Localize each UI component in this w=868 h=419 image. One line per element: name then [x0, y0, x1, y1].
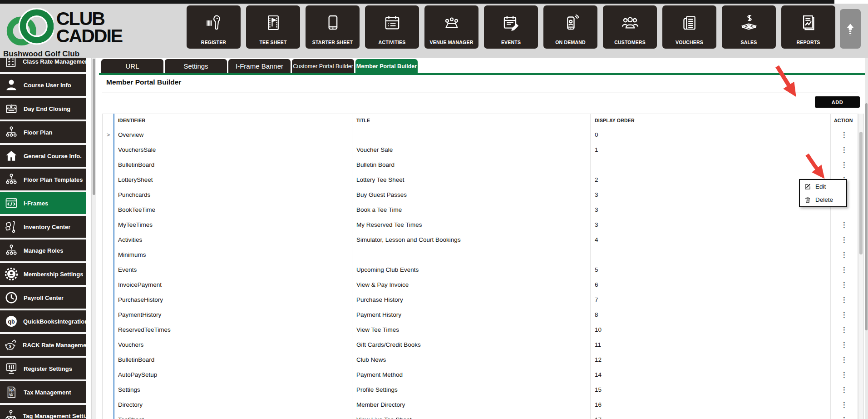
- tab-customer-portal-builder[interactable]: Customer Portal Builder: [292, 59, 354, 73]
- context-menu-item-delete[interactable]: Delete: [800, 193, 846, 206]
- tab-url[interactable]: URL: [101, 59, 163, 73]
- table-row-purchasehistory[interactable]: PurchaseHistoryPurchase History7⋮: [103, 292, 858, 307]
- table-row-autopaysetup[interactable]: AutoPaySetupPayment Method14⋮: [103, 367, 858, 382]
- piggy-bank-icon: $: [4, 338, 18, 352]
- sidebar-item-membership-settings[interactable]: Membership Settings: [0, 263, 86, 285]
- sidebar-item-tag-management-setti[interactable]: Tag Management Setti...: [0, 405, 86, 419]
- table-row-reservedteetimes[interactable]: ReservedTeeTimesView Tee Times10⋮: [103, 322, 858, 337]
- nav-button-customers[interactable]: CUSTOMERS: [603, 5, 657, 49]
- kebab-menu-icon[interactable]: ⋮: [841, 296, 848, 303]
- table-row-minimums[interactable]: Minimums⋮: [103, 247, 858, 262]
- table-row-bulletinboard[interactable]: BulletinBoardBulletin Board⋮: [103, 157, 858, 172]
- tax-document-icon: TAX$=: [4, 385, 19, 399]
- sidebar-item-label: General Course Info.: [24, 153, 82, 160]
- kebab-menu-icon[interactable]: ⋮: [841, 251, 848, 258]
- table-row-events[interactable]: EventsUpcoming Club Events5⋮: [103, 262, 858, 277]
- settings-sidebar: Class Rate ManagementCourse User InfoDay…: [0, 58, 86, 419]
- nav-button-sales[interactable]: SALES: [722, 5, 776, 49]
- table-row-overview[interactable]: >Overview0⋮: [103, 127, 858, 142]
- tab-i-frame-banner[interactable]: I-Frame Banner: [228, 59, 291, 73]
- kebab-menu-icon[interactable]: ⋮: [841, 236, 848, 243]
- kebab-menu-icon[interactable]: ⋮: [841, 146, 848, 153]
- main-content: URLSettingsI-Frame BannerCustomer Portal…: [98, 58, 868, 419]
- table-row-paymenthistory[interactable]: PaymentHistoryPayment History8⋮: [103, 307, 858, 322]
- table-scrollbar[interactable]: [858, 114, 864, 419]
- context-menu-item-edit[interactable]: Edit: [800, 180, 846, 193]
- kebab-menu-icon[interactable]: ⋮: [841, 326, 848, 333]
- table-row-lotterysheet[interactable]: LotterySheetLottery Tee Sheet2⋮: [103, 172, 858, 187]
- kebab-menu-icon[interactable]: ⋮: [841, 416, 848, 419]
- tab-settings[interactable]: Settings: [165, 59, 227, 73]
- kebab-menu-icon[interactable]: ⋮: [841, 371, 848, 378]
- table-row-myteetimes[interactable]: MyTeeTimesMy Reserved Tee Times3⋮: [103, 217, 858, 232]
- kebab-menu-icon[interactable]: ⋮: [841, 401, 848, 408]
- nav-button-events[interactable]: EVENTS: [484, 5, 538, 49]
- cell-identifier: LotterySheet: [114, 172, 352, 187]
- table-row-punchcards[interactable]: PunchcardsBuy Guest Passes3: [103, 187, 858, 202]
- nav-button-activities[interactable]: ACTIVITIES: [365, 5, 419, 49]
- nav-button-vouchers[interactable]: VOUCHERS: [662, 5, 716, 49]
- nav-button-reports[interactable]: REPORTS: [781, 5, 835, 49]
- kebab-menu-icon[interactable]: ⋮: [841, 356, 848, 363]
- sidebar-item-tax-management[interactable]: TAX$=Tax Management: [0, 381, 86, 403]
- cell-expander: [103, 187, 114, 202]
- table-row-bookteetime[interactable]: BookTeeTimeBook a Tee Time3: [103, 202, 858, 217]
- page-scrollbar[interactable]: [865, 58, 868, 419]
- sidebar-scrollbar-thumb[interactable]: [93, 59, 95, 195]
- table-row-bulletinboard[interactable]: BulletinBoardClub News12⋮: [103, 352, 858, 367]
- sidebar-scrollbar[interactable]: [91, 58, 96, 419]
- kebab-menu-icon[interactable]: ⋮: [841, 281, 848, 288]
- nav-button-starter-sheet[interactable]: STARTER SHEET: [306, 5, 360, 49]
- table-row-vouchers[interactable]: VouchersGift Cards/Credit Books11⋮: [103, 337, 858, 352]
- table-scrollbar-thumb[interactable]: [859, 132, 863, 254]
- sidebar-item-label: I-Frames: [24, 200, 48, 207]
- sidebar-item-register-settings[interactable]: Register Settings: [0, 358, 86, 379]
- nav-button-on-demand[interactable]: ON DEMAND: [543, 5, 597, 49]
- tablet-icon: [324, 5, 342, 40]
- cell-identifier: PaymentHistory: [114, 307, 352, 322]
- sidebar-item-day-end-closing[interactable]: Day End Closing: [0, 98, 86, 120]
- sidebar-item-i-frames[interactable]: I-Frames: [0, 192, 86, 214]
- app-header: CLUB CADDIE Bushwood Golf Club REGISTERT…: [0, 4, 868, 58]
- tab-member-portal-builder[interactable]: Member Portal Builder: [355, 59, 418, 73]
- cell-display-order: 1: [591, 142, 831, 157]
- kebab-menu-icon[interactable]: ⋮: [841, 131, 848, 138]
- sidebar-item-label: Tag Management Setti...: [23, 413, 86, 419]
- row-expander-icon[interactable]: >: [107, 131, 110, 138]
- table-row-settings[interactable]: SettingsProfile Settings15⋮: [103, 382, 858, 397]
- kebab-menu-icon[interactable]: ⋮: [841, 221, 848, 228]
- nav-button-tee-sheet[interactable]: TEE SHEET: [246, 5, 300, 49]
- sidebar-item-floor-plan[interactable]: Floor Plan: [0, 121, 86, 143]
- cell-title: Upcoming Club Events: [352, 262, 591, 277]
- phone-broadcast-icon: [562, 5, 580, 40]
- cell-expander: [103, 262, 114, 277]
- table-row-teesheet[interactable]: TeeSheetView Live Tee Sheet17⋮: [103, 412, 858, 419]
- sidebar-item-inventory-center[interactable]: Inventory Center: [0, 216, 86, 238]
- cell-display-order: 12: [591, 352, 831, 367]
- table-row-voucherssale[interactable]: VouchersSaleVoucher Sale1⋮: [103, 142, 858, 157]
- kebab-menu-icon[interactable]: ⋮: [841, 266, 848, 273]
- page-scrollbar-thumb[interactable]: [865, 103, 868, 330]
- kebab-menu-icon[interactable]: ⋮: [841, 386, 848, 393]
- nav-button-register[interactable]: REGISTER: [187, 5, 241, 49]
- header-title: TITLE: [352, 114, 591, 127]
- kebab-menu-icon[interactable]: ⋮: [841, 341, 848, 348]
- add-button[interactable]: ADD: [815, 96, 860, 108]
- nav-scroll-up-button[interactable]: [840, 9, 861, 49]
- sidebar-item-manage-roles[interactable]: Manage Roles: [0, 239, 86, 261]
- kebab-menu-icon[interactable]: ⋮: [841, 311, 848, 318]
- sidebar-item-course-user-info[interactable]: Course User Info: [0, 74, 86, 96]
- header-identifier: IDENTIFIER: [114, 114, 352, 127]
- table-row-invoicepayment[interactable]: InvoicePaymentView & Pay Invoice6⋮: [103, 277, 858, 292]
- kebab-menu-icon[interactable]: ⋮: [841, 161, 848, 168]
- sidebar-item-general-course-info[interactable]: General Course Info.: [0, 145, 86, 167]
- cell-expander: [103, 232, 114, 247]
- nav-button-venue-manager[interactable]: VENUE MANAGER: [424, 5, 478, 49]
- table-row-directory[interactable]: DirectoryMember Directory16⋮: [103, 397, 858, 412]
- sidebar-item-payroll-center[interactable]: Payroll Center: [0, 287, 86, 309]
- sidebar-item-floor-plan-templates[interactable]: Floor Plan Templates: [0, 169, 86, 190]
- sidebar-item-quickbooksintegration[interactable]: qbQuickBooksIntegration: [0, 310, 86, 332]
- table-row-activities[interactable]: ActivitiesSimulator, Lesson and Court Bo…: [103, 232, 858, 247]
- sidebar-item-class-rate-management[interactable]: Class Rate Management: [0, 58, 86, 72]
- sidebar-item-rack-rate-manageme[interactable]: $RACK Rate Manageme...: [0, 334, 86, 356]
